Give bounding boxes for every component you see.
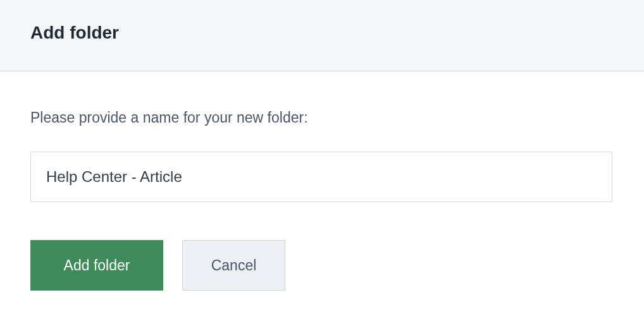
add-folder-button[interactable]: Add folder (30, 240, 163, 291)
folder-name-input[interactable] (30, 152, 612, 202)
folder-name-label: Please provide a name for your new folde… (30, 109, 614, 126)
button-row: Add folder Cancel (30, 240, 614, 291)
dialog-header: Add folder (0, 0, 644, 71)
cancel-button[interactable]: Cancel (182, 240, 285, 291)
dialog-title: Add folder (30, 23, 614, 43)
dialog-body: Please provide a name for your new folde… (0, 71, 644, 316)
